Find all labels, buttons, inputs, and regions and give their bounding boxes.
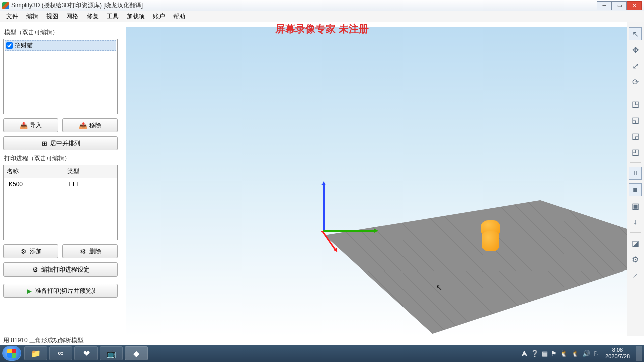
- normals-tool[interactable]: ↓: [629, 215, 642, 228]
- taskbar-app-app-tv[interactable]: 📺: [100, 346, 123, 360]
- process-section-title: 打印进程（双击可编辑）: [4, 154, 118, 163]
- process-col-type[interactable]: 类型: [64, 165, 117, 178]
- menu-account[interactable]: 账户: [149, 11, 169, 22]
- menu-addons[interactable]: 加载项: [123, 11, 149, 22]
- supports-tool[interactable]: ⌿: [629, 269, 642, 282]
- taskbar-clock[interactable]: 8:08 2020/7/28: [605, 347, 630, 360]
- menu-file[interactable]: 文件: [2, 11, 22, 22]
- build-plate: [317, 193, 627, 334]
- center-arrange-button[interactable]: ⊞居中并排列: [3, 136, 118, 150]
- tray-icon-2[interactable]: ▤: [542, 350, 548, 357]
- taskbar-app-app-heart[interactable]: ❤: [74, 346, 98, 360]
- statusbar: 用 81910 三角形成功解析模型: [0, 336, 644, 345]
- import-icon: 📥: [20, 121, 28, 129]
- close-button[interactable]: ✕: [627, 1, 642, 10]
- tray-icon-7[interactable]: ⚐: [593, 350, 599, 357]
- menu-repair[interactable]: 修复: [83, 11, 103, 22]
- menubar: 文件 编辑 视图 网格 修复 工具 加载项 账户 帮助 屏幕录像专家 未注册: [0, 11, 644, 22]
- process-row[interactable]: K500 FFF: [4, 178, 117, 190]
- axis-y: [323, 230, 376, 232]
- menu-view[interactable]: 视图: [42, 11, 62, 22]
- menu-help[interactable]: 帮助: [169, 11, 189, 22]
- viewport-3d[interactable]: ↖: [126, 27, 627, 336]
- taskbar-app-simplify3d[interactable]: ◆: [125, 346, 148, 360]
- status-text: 用 81910 三角形成功解析模型: [3, 336, 84, 345]
- model-name: 招财猫: [15, 41, 33, 50]
- play-icon: ▶: [25, 287, 33, 295]
- delete-process-button[interactable]: ⚙删除: [62, 244, 118, 258]
- app-icon: [2, 2, 9, 9]
- select-tool[interactable]: ↖: [629, 27, 642, 40]
- menu-edit[interactable]: 编辑: [22, 11, 42, 22]
- tray-icon-5[interactable]: 🐧: [571, 350, 579, 357]
- maximize-button[interactable]: ▭: [612, 1, 627, 10]
- wire-tool[interactable]: ▣: [629, 199, 642, 212]
- menu-tools[interactable]: 工具: [103, 11, 123, 22]
- start-button[interactable]: [2, 346, 21, 361]
- remove-button[interactable]: 📤移除: [62, 118, 118, 132]
- settings-tool[interactable]: ⚙: [629, 253, 642, 266]
- process-col-name[interactable]: 名称: [4, 165, 64, 178]
- scale-tool[interactable]: ⤢: [629, 59, 642, 72]
- view-front[interactable]: ◳: [629, 97, 642, 110]
- mouse-cursor: ↖: [436, 283, 442, 292]
- add-icon: ⚙: [20, 247, 28, 255]
- move-tool[interactable]: ✥: [629, 43, 642, 56]
- remove-icon: 📤: [79, 121, 87, 129]
- right-toolbar: ↖✥⤢⟳◳◱◲◰⌗■▣↓◪⚙⌿: [627, 22, 644, 336]
- model-item[interactable]: 招财猫: [5, 40, 116, 51]
- view-top[interactable]: ◰: [629, 145, 642, 158]
- tray-icon-1[interactable]: ❔: [531, 350, 539, 357]
- prepare-print-button[interactable]: ▶准备打印(切片并预览)!: [3, 284, 118, 298]
- solid-tool[interactable]: ■: [629, 183, 642, 196]
- models-list[interactable]: 招财猫: [3, 39, 118, 114]
- tray-icon-0[interactable]: ⮝: [521, 350, 528, 357]
- model-3d-object[interactable]: [478, 217, 503, 253]
- minimize-button[interactable]: ─: [597, 1, 612, 10]
- show-desktop-button[interactable]: [636, 346, 642, 361]
- watermark: 屏幕录像专家 未注册: [275, 22, 369, 36]
- axis-z: [323, 183, 325, 231]
- process-list[interactable]: 名称 类型 K500 FFF: [3, 165, 118, 240]
- titlebar: Simplify3D (授权给3D打印资源库) [晓龙汉化翻译] ─ ▭ ✕: [0, 0, 644, 11]
- build-volume-outline: [307, 27, 627, 238]
- cross-section-tool[interactable]: ◪: [629, 237, 642, 250]
- rotate-tool[interactable]: ⟳: [629, 75, 642, 88]
- gear-icon: ⚙: [31, 265, 39, 274]
- taskbar: 📁∞❤📺◆ ⮝❔▤⚑🐧🐧🔊⚐ 8:08 2020/7/28: [0, 345, 644, 362]
- taskbar-app-baidu-netdisk[interactable]: ∞: [49, 346, 72, 360]
- edit-process-button[interactable]: ⚙编辑打印进程设定: [3, 262, 118, 277]
- arrange-icon: ⊞: [40, 139, 48, 147]
- model-checkbox[interactable]: [6, 42, 13, 49]
- import-button[interactable]: 📥导入: [3, 118, 58, 132]
- system-tray: ⮝❔▤⚑🐧🐧🔊⚐ 8:08 2020/7/28: [521, 346, 642, 361]
- models-section-title: 模型（双击可编辑）: [4, 28, 118, 37]
- delete-icon: ⚙: [79, 247, 87, 255]
- view-left[interactable]: ◱: [629, 113, 642, 126]
- add-process-button[interactable]: ⚙添加: [3, 244, 58, 258]
- tray-icon-6[interactable]: 🔊: [582, 350, 590, 357]
- taskbar-app-explorer[interactable]: 📁: [24, 346, 47, 360]
- left-panel: 模型（双击可编辑） 招财猫 📥导入 📤移除 ⊞居中并排列 打印进程（双击可编辑）…: [0, 22, 121, 336]
- tray-icon-3[interactable]: ⚑: [551, 350, 557, 357]
- axes-tool[interactable]: ⌗: [629, 167, 642, 180]
- view-right[interactable]: ◲: [629, 129, 642, 142]
- menu-mesh[interactable]: 网格: [62, 11, 83, 22]
- tray-icon-4[interactable]: 🐧: [560, 350, 568, 357]
- window-title: Simplify3D (授权给3D打印资源库) [晓龙汉化翻译]: [11, 1, 597, 10]
